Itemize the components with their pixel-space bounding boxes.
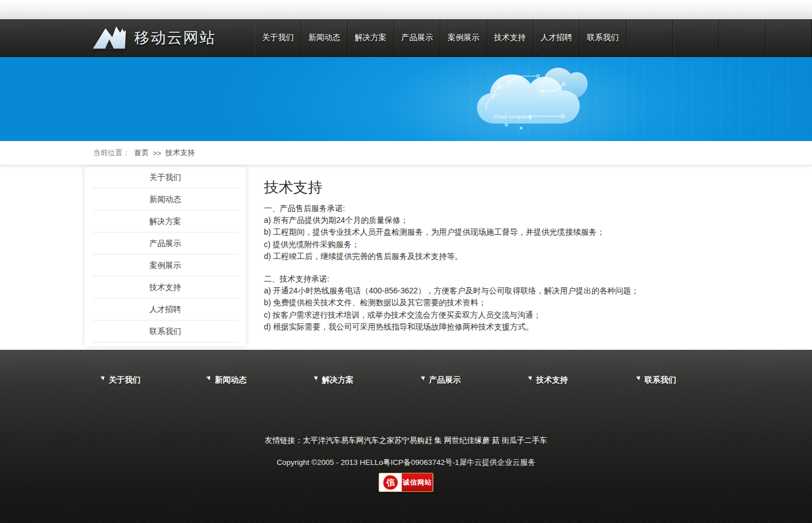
nav-item-contact[interactable]: 联系我们: [580, 19, 626, 56]
nav-spacer-cell: [766, 19, 812, 56]
badge-label: 诚信网站: [402, 473, 433, 491]
content-line: d) 根据实际需要，我公司可采用热线指导和现场故障抢修两种技术支援方式。: [264, 321, 727, 333]
integrity-site-badge[interactable]: 信 诚信网站: [379, 473, 434, 492]
friend-link[interactable]: 易车网: [341, 436, 364, 445]
top-spacer-bar: [0, 0, 812, 19]
nav-spacer-cell: [673, 19, 719, 56]
site-title: 移动云网站: [134, 28, 216, 48]
sidebar-item-cases[interactable]: 案例展示: [92, 254, 238, 276]
footer-nav-about[interactable]: 关于我们: [102, 375, 140, 385]
after-sales-section: 一、产品售后服务承诺: a) 所有产品提供为期24个月的质量保修； b) 工程期…: [264, 203, 727, 262]
site-logo[interactable]: 移动云网站: [92, 24, 216, 51]
arrow-icon: [528, 375, 533, 380]
tech-support-section: 二、技术支持承诺: a) 开通24小时热线服务电话（400-856-3622），…: [264, 273, 727, 333]
content-line: c) 提供光缆附件采购服务；: [264, 239, 727, 250]
footer-nav-solutions[interactable]: 解决方案: [315, 375, 354, 385]
content-line: a) 开通24小时热线服务电话（400-856-3622），方便客户及时与公司取…: [264, 285, 727, 297]
footer-nav-contact[interactable]: 联系我们: [637, 375, 676, 385]
breadcrumb-separator: >>: [153, 149, 161, 157]
sidebar-item-about[interactable]: 关于我们: [92, 166, 238, 188]
nav-item-products[interactable]: 产品展示: [394, 19, 440, 56]
content-line: a) 所有产品提供为期24个月的质量保修；: [264, 214, 727, 226]
badge-seal-area: 信: [379, 473, 402, 491]
footer-nav-products[interactable]: 产品展示: [422, 375, 461, 385]
content-area: 关于我们 新闻动态 解决方案 产品展示 案例展示 技术支持 人才招聘 联系我们 …: [0, 165, 812, 350]
friend-link[interactable]: 赶 集 网: [425, 436, 452, 445]
arrow-icon: [314, 375, 319, 380]
nav-item-jobs[interactable]: 人才招聘: [533, 19, 580, 56]
footer-nav-news[interactable]: 新闻动态: [208, 375, 246, 385]
friend-links-label: 友情链接：: [264, 436, 303, 445]
main-nav: 关于我们 新闻动态 解决方案 产品展示 案例展示 技术支持 人才招聘 联系我们: [255, 19, 812, 56]
breadcrumb: 当前位置： 首页 >> 技术支持: [0, 141, 812, 165]
breadcrumb-prefix: 当前位置：: [93, 148, 130, 158]
sidebar-item-jobs[interactable]: 人才招聘: [92, 298, 238, 320]
site-header: 移动云网站 关于我们 新闻动态 解决方案 产品展示 案例展示 技术支持 人才招聘…: [0, 19, 812, 57]
copyright-text: Copyright ©2005 - 2013 HELLo粤ICP备0906374…: [0, 458, 812, 468]
cloud-label: Cloud computing: [494, 114, 532, 120]
nav-spacer-cell: [719, 19, 765, 56]
footer-nav-support[interactable]: 技术支持: [529, 375, 568, 385]
page-title: 技术支持: [264, 178, 727, 197]
support-article: 技术支持 一、产品售后服务承诺: a) 所有产品提供为期24个月的质量保修； b…: [264, 178, 727, 333]
arrow-icon: [636, 375, 642, 380]
sidebar-item-support[interactable]: 技术支持: [92, 276, 238, 298]
friend-links-row: 友情链接：太平洋汽车易车网汽车之家苏宁易购赶 集 网世纪佳缘蘑 菇 街瓜子二手车: [0, 436, 812, 446]
site-footer: 关于我们 新闻动态 解决方案 产品展示 技术支持 联系我们 友情链接：太平洋汽车…: [0, 350, 812, 523]
content-line: b) 工程期间，提供专业技术人员开盘检测服务，为用户提供现场施工督导，并提供光缆…: [264, 226, 727, 238]
arrow-icon: [206, 375, 212, 380]
nav-item-solutions[interactable]: 解决方案: [348, 19, 394, 56]
content-line: d) 工程竣工后，继续提供完善的售后服务及技术支持等。: [264, 250, 727, 262]
integrity-seal-icon: 信: [382, 474, 399, 491]
breadcrumb-home-link[interactable]: 首页: [134, 148, 149, 158]
nav-item-about[interactable]: 关于我们: [255, 19, 301, 56]
content-line: b) 免费提供相关技术文件、检测数据以及其它需要的技术资料；: [264, 297, 727, 309]
section-heading: 二、技术支持承诺:: [264, 273, 727, 285]
sidebar-item-products[interactable]: 产品展示: [92, 232, 238, 254]
hero-banner: Cloud computing: [0, 57, 812, 141]
friend-link[interactable]: 蘑 菇 街: [482, 436, 509, 445]
nav-spacer-cell: [626, 19, 673, 56]
sidebar-item-solutions[interactable]: 解决方案: [92, 210, 238, 232]
nav-item-support[interactable]: 技术支持: [487, 19, 533, 56]
arrow-icon: [100, 375, 106, 380]
friend-link[interactable]: 世纪佳缘: [452, 436, 482, 445]
cloud-icon: Cloud computing: [473, 63, 588, 137]
friend-link[interactable]: 瓜子二手车: [509, 436, 548, 445]
friend-link[interactable]: 汽车之家: [364, 436, 394, 445]
nav-item-news[interactable]: 新闻动态: [301, 19, 347, 56]
section-heading: 一、产品售后服务承诺:: [264, 203, 727, 214]
sidebar-item-news[interactable]: 新闻动态: [92, 188, 238, 210]
sidebar-menu: 关于我们 新闻动态 解决方案 产品展示 案例展示 技术支持 人才招聘 联系我们: [85, 166, 246, 346]
friend-link[interactable]: 苏宁易购: [394, 436, 425, 445]
logo-rhino-icon: [92, 24, 127, 51]
sidebar-item-contact[interactable]: 联系我们: [92, 320, 238, 342]
friend-link[interactable]: 太平洋汽车: [303, 436, 341, 445]
breadcrumb-current: 技术支持: [165, 148, 195, 158]
content-line: c) 按客户需求进行技术培训，或举办技术交流会方便买卖双方人员交流与沟通；: [264, 309, 727, 321]
arrow-icon: [421, 375, 426, 380]
nav-item-cases[interactable]: 案例展示: [440, 19, 487, 56]
